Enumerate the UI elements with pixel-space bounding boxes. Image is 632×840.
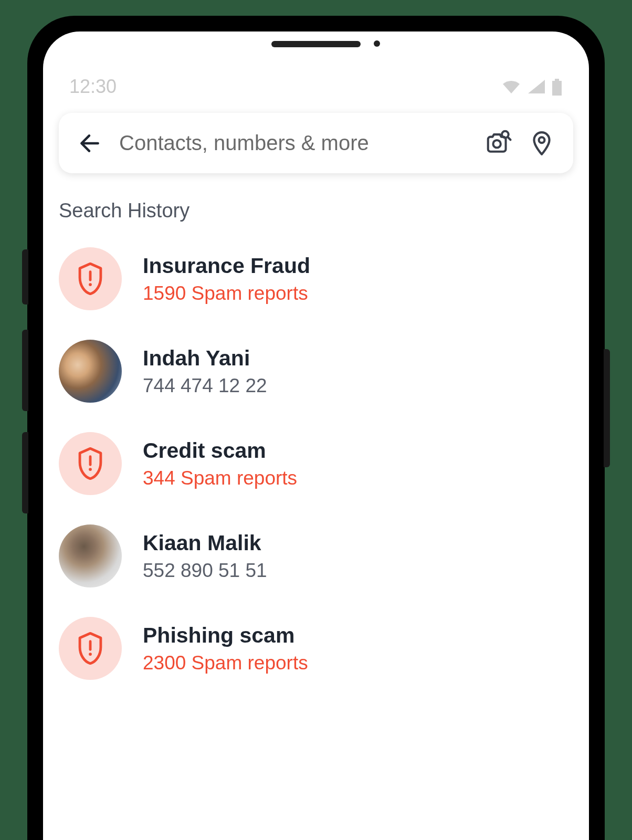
phone-side-button (22, 432, 28, 513)
list-item[interactable]: Kiaan Malik 552 890 51 51 (59, 510, 573, 602)
svg-point-4 (539, 137, 545, 143)
item-text: Indah Yani 744 474 12 22 (143, 346, 267, 397)
item-text: Insurance Fraud 1590 Spam reports (143, 254, 310, 304)
wifi-icon (501, 79, 522, 94)
signal-icon (527, 79, 546, 94)
contact-avatar (59, 524, 122, 587)
phone-side-button (604, 349, 610, 467)
item-text: Credit scam 344 Spam reports (143, 438, 297, 489)
search-bar[interactable]: Contacts, numbers & more (59, 113, 573, 173)
svg-rect-0 (552, 81, 562, 96)
camera-search-icon[interactable] (484, 129, 513, 158)
svg-point-6 (89, 283, 92, 286)
item-text: Kiaan Malik 552 890 51 51 (143, 531, 267, 582)
svg-point-2 (493, 140, 500, 147)
item-subtitle: 1590 Spam reports (143, 282, 310, 304)
phone-side-button (22, 330, 28, 411)
item-subtitle: 744 474 12 22 (143, 375, 267, 397)
item-title: Insurance Fraud (143, 254, 310, 278)
svg-point-8 (89, 468, 92, 471)
location-pin-icon[interactable] (529, 129, 555, 158)
item-title: Phishing scam (143, 623, 308, 648)
list-item[interactable]: Phishing scam 2300 Spam reports (59, 602, 573, 695)
list-item[interactable]: Indah Yani 744 474 12 22 (59, 325, 573, 417)
svg-rect-1 (555, 79, 559, 81)
item-text: Phishing scam 2300 Spam reports (143, 623, 308, 674)
spam-avatar (59, 617, 122, 680)
item-title: Credit scam (143, 438, 297, 463)
spam-avatar (59, 432, 122, 495)
item-title: Indah Yani (143, 346, 267, 371)
list-item[interactable]: Credit scam 344 Spam reports (59, 417, 573, 510)
shield-alert-icon (76, 447, 104, 480)
phone-speaker (271, 41, 361, 47)
back-arrow-icon[interactable] (77, 130, 103, 156)
item-subtitle: 2300 Spam reports (143, 652, 308, 674)
status-icons (501, 78, 563, 96)
shield-alert-icon (76, 262, 104, 295)
spam-avatar (59, 247, 122, 310)
phone-screen: 12:30 Contacts, numbers & more (43, 32, 589, 840)
search-history-list: Insurance Fraud 1590 Spam reports Indah … (43, 233, 589, 695)
item-subtitle: 344 Spam reports (143, 467, 297, 489)
battery-icon (551, 78, 563, 96)
shield-alert-icon (76, 632, 104, 665)
item-subtitle: 552 890 51 51 (143, 560, 267, 582)
contact-avatar (59, 340, 122, 403)
phone-camera-dot (374, 40, 380, 47)
list-item[interactable]: Insurance Fraud 1590 Spam reports (59, 233, 573, 325)
status-time: 12:30 (69, 76, 117, 98)
phone-frame: 12:30 Contacts, numbers & more (27, 16, 605, 840)
status-bar: 12:30 (43, 74, 589, 100)
phone-side-button (22, 249, 28, 304)
item-title: Kiaan Malik (143, 531, 267, 555)
svg-point-10 (89, 653, 92, 656)
section-title: Search History (59, 200, 573, 222)
search-input[interactable]: Contacts, numbers & more (119, 131, 469, 155)
